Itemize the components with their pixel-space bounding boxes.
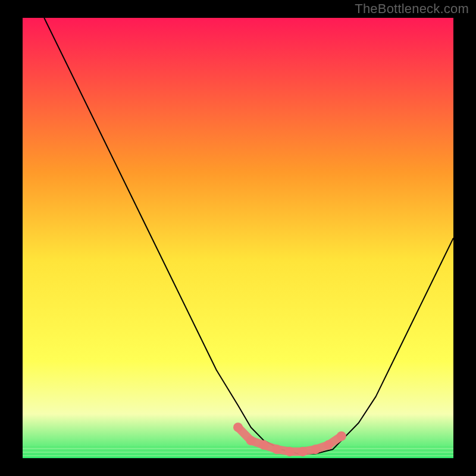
marker-dot — [337, 431, 346, 441]
green-band — [23, 453, 453, 455]
green-band — [23, 450, 453, 451]
plot-area — [23, 18, 453, 458]
marker-dot — [246, 436, 256, 445]
green-band — [23, 446, 453, 447]
green-band — [23, 452, 453, 453]
watermark-text: TheBottleneck.com — [355, 1, 469, 17]
marker-dot — [272, 444, 281, 454]
green-band — [23, 448, 453, 449]
green-band — [23, 455, 453, 456]
chart-frame: TheBottleneck.com — [0, 0, 476, 476]
marker-dot — [298, 447, 308, 456]
marker-dot — [324, 440, 333, 450]
gradient-background — [23, 18, 453, 458]
chart-svg — [23, 18, 453, 458]
marker-dot — [259, 440, 268, 450]
marker-dot — [285, 447, 295, 456]
marker-dot — [233, 422, 243, 432]
marker-dot — [311, 444, 320, 454]
